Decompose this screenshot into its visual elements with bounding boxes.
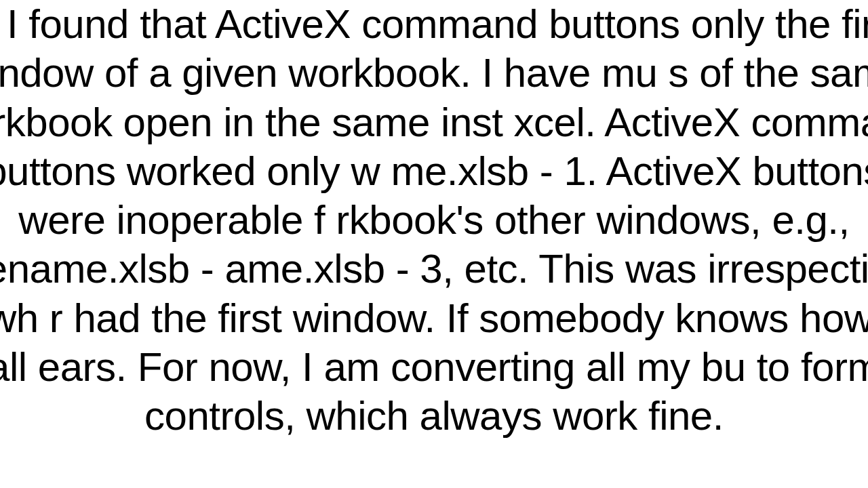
paragraph-text: 3: I found that ActiveX command buttons … (0, 0, 868, 441)
